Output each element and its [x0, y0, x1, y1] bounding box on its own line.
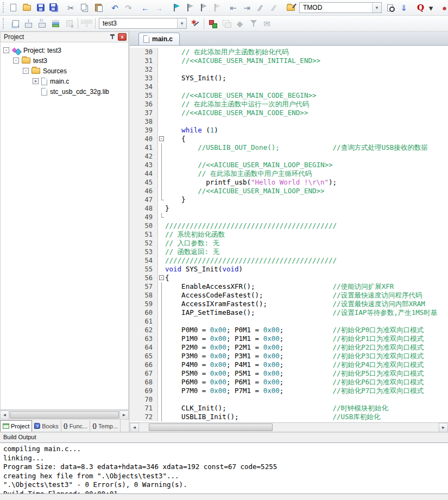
bookmark-clear-all-icon[interactable] — [210, 2, 223, 14]
navigate-back-icon[interactable]: ← — [138, 2, 152, 14]
code-line[interactable]: 71 CLK_Init(); //时钟模块初始化 — [130, 404, 448, 413]
navigate-forward-icon[interactable]: → — [152, 2, 166, 14]
code-line[interactable]: 68 P6M0 = 0x00; P6M1 = 0x00; //初始化P6口为准双… — [130, 378, 448, 387]
scroll-left-icon[interactable]: ◄ — [130, 423, 139, 432]
diamond-icon[interactable]: ◆ — [233, 17, 247, 30]
search-combo[interactable]: TMOD▾ — [299, 2, 382, 13]
code-line[interactable]: 51// 系统初始化函数 — [130, 230, 448, 239]
code-line[interactable]: 48} — [130, 204, 448, 213]
fold-margin[interactable]: - — [158, 274, 165, 282]
quick-search-icon[interactable]: Q — [414, 2, 427, 14]
find-next-icon[interactable]: ⇓ — [397, 2, 411, 14]
fold-collapse-icon[interactable]: - — [159, 136, 164, 141]
code-line[interactable]: 31 //<<AICUBE_USER_MAIN_INITIAL_END>> — [130, 56, 448, 65]
code-line[interactable]: 54//////////////////////////////////////… — [130, 256, 448, 265]
code-line[interactable]: 60 IAP_SetTimeBase(); //设置IAP等待参数,产生1MS时… — [130, 308, 448, 317]
tree-item-stc-usb-cdc-32g-lib[interactable]: stc_usb_cdc_32g.lib — [1, 86, 128, 97]
download-icon[interactable]: LOAD — [80, 17, 93, 30]
bookmark-next-icon[interactable] — [196, 2, 210, 14]
code-line[interactable]: 55void SYS_Init(void) — [130, 265, 448, 274]
code-line[interactable]: 30 // 在此添加用户主函数初始化代码 — [130, 48, 448, 56]
code-line[interactable]: 44 // 在此添加主函数中用户主循环代码 — [130, 169, 448, 178]
code-line[interactable]: 58 AccessCodeFastest(); //设置最快速度访问程序代码 — [130, 291, 448, 300]
code-line[interactable]: 59 AccessIXramFastest(); //设置最快速度访问内部XRA… — [130, 300, 448, 308]
bookmark-previous-icon[interactable] — [182, 2, 196, 14]
code-line[interactable]: 57 EnableAccessXFR(); //使能访问扩展XFR — [130, 282, 448, 291]
build-output-log[interactable]: compiling main.c...linking...Program Siz… — [0, 442, 448, 494]
code-line[interactable]: 37 //<<AICUBE_USER_MAIN_CODE_END>> — [130, 109, 448, 117]
tree-item-sources[interactable]: -Sources — [1, 66, 128, 76]
chevron-down-icon[interactable]: ▾ — [372, 3, 381, 12]
expand-toggle-icon[interactable]: + — [33, 78, 39, 84]
code-line[interactable]: 36 // 在此添加主函数中运行一次的用户代码 — [130, 100, 448, 109]
code-line[interactable]: 45 printf_usb("Hello World !\r\n"); — [130, 178, 448, 187]
code-line[interactable]: 39 while (1) — [130, 126, 448, 135]
tree-item-main-c[interactable]: +main.c — [1, 76, 128, 86]
paste-icon[interactable] — [91, 2, 105, 14]
scroll-right-icon[interactable]: ► — [119, 410, 129, 420]
code-line[interactable]: 46 //<<AICUBE_USER_MAIN_LOOP_END>> — [130, 187, 448, 195]
find-in-files-icon[interactable] — [383, 2, 397, 14]
project-tree[interactable]: -Project: test3-test3-Sources+main.cstc_… — [0, 42, 129, 410]
panel-tab--temp-[interactable]: {}Temp... — [90, 420, 121, 432]
code-editor[interactable]: 30 // 在此添加用户主函数初始化代码31 //<<AICUBE_USER_M… — [130, 46, 448, 422]
rebuild-all-icon[interactable] — [35, 17, 49, 30]
scroll-right-icon[interactable]: ► — [439, 423, 448, 432]
panel-tab--func-[interactable]: {}Func... — [61, 420, 90, 432]
copy-icon[interactable] — [78, 2, 91, 14]
indent-icon[interactable]: ⇥ — [240, 2, 254, 14]
code-line[interactable]: 62 P0M0 = 0x00; P0M1 = 0x00; //初始化P0口为准双… — [130, 326, 448, 334]
translate-icon[interactable] — [8, 17, 22, 30]
scroll-left-icon[interactable]: ◄ — [0, 410, 9, 420]
build-icon[interactable] — [22, 17, 35, 30]
expand-toggle-icon[interactable]: - — [13, 58, 19, 64]
mail-icon[interactable]: ✉ — [260, 17, 274, 30]
code-line[interactable]: 50//////////////////////////////////////… — [130, 221, 448, 230]
code-line[interactable]: 32 — [130, 65, 448, 74]
code-line[interactable]: 61 — [130, 317, 448, 326]
quick-search-dropdown-icon[interactable]: ▾ — [427, 2, 434, 14]
configure-search-icon[interactable] — [284, 2, 298, 14]
panel-tab-project[interactable]: Project — [0, 420, 32, 432]
editor-scrollbar[interactable]: ◄ ► — [130, 422, 448, 432]
code-line[interactable]: 43 //<<AICUBE_USER_MAIN_LOOP_BEGIN>> — [130, 161, 448, 169]
undo-icon[interactable]: ↶ — [108, 2, 122, 14]
code-line[interactable]: 52// 入口参数: 无 — [130, 239, 448, 248]
code-line[interactable]: 69 P7M0 = 0x00; P7M1 = 0x00; //初始化P7口为准双… — [130, 387, 448, 395]
batch-build-icon[interactable] — [49, 17, 62, 30]
scroll-track[interactable] — [9, 410, 119, 420]
unindent-icon[interactable]: ⇤ — [226, 2, 240, 14]
code-line[interactable]: 72 USBLIB_Init(); //USB库初始化 — [130, 413, 448, 421]
expand-toggle-icon[interactable]: - — [23, 68, 29, 74]
code-line[interactable]: 53// 函数返回: 无 — [130, 248, 448, 256]
code-line[interactable]: 41 //USBLIB_OUT_Done(); //查询方式处理USB接收的数据 — [130, 143, 448, 152]
tab-main-c[interactable]: main.c — [138, 33, 180, 45]
tree-item-project-test3[interactable]: -Project: test3 — [1, 45, 128, 55]
debug-session-icon[interactable] — [206, 17, 219, 30]
code-line[interactable]: 34 — [130, 83, 448, 91]
code-line[interactable]: 42 — [130, 152, 448, 161]
tree-item-test3[interactable]: -test3 — [1, 55, 128, 66]
code-line[interactable]: 49 — [130, 213, 448, 221]
new-file-icon[interactable] — [7, 2, 20, 14]
code-line[interactable]: 35 //<<AICUBE_USER_MAIN_CODE_BEGIN>> — [130, 91, 448, 100]
pin-icon[interactable] — [109, 34, 116, 41]
windows-cascade-icon[interactable] — [219, 17, 233, 30]
stop-build-icon[interactable] — [62, 17, 76, 30]
bookmark-toggle-icon[interactable] — [169, 2, 182, 14]
chevron-down-icon[interactable]: ▾ — [177, 18, 186, 28]
code-line[interactable]: 56-{ — [130, 274, 448, 282]
open-file-icon[interactable] — [20, 2, 34, 14]
save-icon[interactable] — [34, 2, 47, 14]
code-line[interactable]: 47 } — [130, 195, 448, 204]
code-line[interactable]: 40- { — [130, 135, 448, 143]
fold-collapse-icon[interactable]: - — [159, 275, 164, 280]
expand-toggle-icon[interactable]: - — [3, 47, 9, 53]
scroll-thumb[interactable] — [10, 411, 119, 419]
code-line[interactable]: 66 P4M0 = 0x00; P4M1 = 0x00; //初始化P4口为准双… — [130, 360, 448, 369]
panel-tab-books[interactable]: ?Books — [32, 420, 61, 432]
fold-margin[interactable]: - — [158, 135, 165, 143]
options-for-target-icon[interactable] — [188, 17, 202, 30]
project-panel-scrollbar[interactable]: ◄ ► — [0, 410, 129, 419]
comment-selection-icon[interactable]: ∕∕ — [254, 2, 267, 14]
